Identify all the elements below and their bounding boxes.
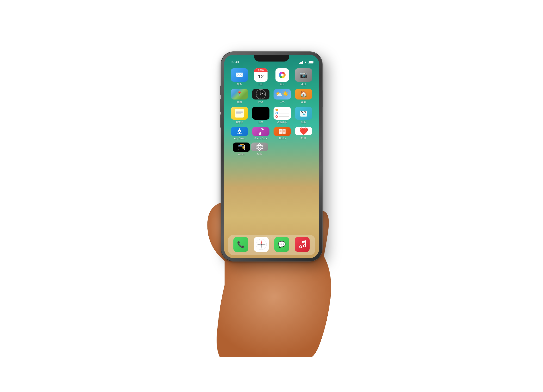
app-stocks[interactable]: 股市 [252, 107, 269, 124]
app-appstore[interactable]: App Store [231, 127, 248, 140]
app-photos[interactable]: 照片 [274, 68, 291, 86]
signal-bar-4 [302, 61, 303, 64]
clock-label: 时钟 [258, 100, 263, 104]
calendar-label: 日历 [258, 83, 263, 86]
svg-rect-27 [282, 129, 286, 134]
weather-label: 天气 [280, 100, 285, 104]
battery-fill [309, 61, 313, 63]
app-mail[interactable]: ✉️ 邮件 [231, 68, 248, 86]
app-calendar[interactable]: 星期二 12 日历 [252, 68, 269, 86]
svg-point-4 [281, 74, 284, 76]
dock: 📞 [228, 235, 315, 255]
videos-icon [295, 107, 312, 120]
stocks-label: 股市 [258, 121, 263, 124]
reminder-line-2 [279, 113, 289, 113]
app-maps[interactable]: 📍 地图 [231, 89, 248, 104]
iphone-screen: 09:41 ▲ [224, 55, 319, 258]
camera-icon: 📷 [295, 68, 312, 82]
reminder-line-1 [279, 110, 289, 110]
signal-icon [299, 61, 303, 64]
ibooks-label: iBooks [279, 137, 286, 140]
notes-label: 备忘录 [236, 121, 243, 124]
svg-point-51 [300, 246, 301, 248]
dock-safari[interactable] [253, 237, 270, 253]
iphone-outer-shell: 09:41 ▲ [221, 52, 322, 261]
svg-rect-26 [279, 129, 282, 134]
health-label: 健康 [301, 136, 306, 140]
heart-icon: ❤️ [299, 127, 308, 135]
itunes-icon: ★ [252, 127, 269, 136]
maps-label: 地图 [237, 100, 242, 104]
dock-messages[interactable]: 💬 [273, 237, 290, 253]
reminders-label: 提醒事项 [277, 121, 287, 124]
volume-up-button[interactable] [220, 99, 221, 112]
app-notes[interactable]: 备忘录 [231, 107, 248, 124]
reminder-line-3 [279, 116, 289, 117]
wifi-icon: ▲ [304, 61, 307, 64]
svg-text:★: ★ [259, 132, 261, 135]
app-reminders[interactable]: 提醒事项 [274, 107, 291, 124]
health-icon: ❤️ [295, 127, 312, 135]
signal-bar-1 [299, 63, 300, 64]
app-settings[interactable]: 设置 [251, 143, 268, 156]
app-health[interactable]: ❤️ 健康 [295, 127, 312, 140]
volume-down-button[interactable] [220, 114, 221, 128]
settings-icon [251, 143, 268, 151]
app-row-3: 备忘录 [229, 107, 314, 124]
app-videos[interactable]: 视频 [295, 107, 312, 124]
signal-bar-2 [300, 62, 301, 64]
svg-point-42 [258, 146, 261, 148]
stocks-icon [252, 107, 269, 120]
mail-icon: ✉️ [231, 68, 248, 82]
weather-icon: ☀️ ⛅ [274, 89, 291, 100]
calendar-weekday: 星期二 [254, 68, 268, 72]
app-home[interactable]: 🏠 家庭 [295, 89, 312, 104]
phone-icon: 📞 [233, 237, 248, 252]
iphone-device: 09:41 ▲ [221, 52, 322, 261]
app-grid: ✉️ 邮件 星期二 12 日历 [224, 66, 319, 160]
scene: 09:41 ▲ [0, 0, 543, 392]
dock-music[interactable] [293, 237, 311, 253]
reminders-icon [274, 107, 291, 120]
wallet-icon [233, 143, 250, 152]
main-container: 09:41 ▲ [163, 40, 380, 352]
status-icons: ▲ [299, 61, 314, 64]
svg-point-40 [243, 147, 244, 148]
app-weather[interactable]: ☀️ ⛅ 天气 [274, 89, 291, 104]
photos-label: 照片 [280, 83, 285, 86]
app-row-4: App Store ★ [229, 127, 314, 140]
svg-point-48 [261, 244, 262, 245]
home-label: 家庭 [301, 100, 306, 104]
music-icon [295, 237, 310, 252]
reminder-dot-2 [275, 112, 278, 114]
app-wallet[interactable]: Wallet [233, 143, 250, 156]
safari-icon [254, 237, 269, 252]
messages-icon: 💬 [274, 237, 289, 252]
notes-icon [231, 107, 248, 120]
maps-pin: 📍 [237, 91, 242, 96]
maps-icon: 📍 [231, 89, 248, 100]
app-row-2: 📍 地图 [229, 89, 314, 104]
power-button[interactable] [322, 90, 323, 107]
camera-label: 相机 [301, 83, 306, 86]
battery-icon [308, 61, 313, 63]
signal-bar-3 [301, 62, 302, 64]
app-camera[interactable]: 📷 相机 [295, 68, 312, 86]
app-ibooks[interactable]: iBooks [274, 127, 291, 140]
silent-switch[interactable] [220, 86, 221, 95]
mail-label: 邮件 [237, 83, 242, 86]
reminder-dot-3 [275, 115, 278, 118]
app-clock[interactable]: 时钟 [252, 89, 269, 104]
wallet-label: Wallet [238, 153, 244, 156]
itunes-label: iTunes Store [254, 137, 268, 140]
videos-label: 视频 [301, 121, 306, 124]
calendar-day: 12 [254, 72, 268, 82]
home-icon: 🏠 [295, 89, 312, 100]
dock-phone[interactable]: 📞 [232, 237, 250, 253]
clock-icon [252, 89, 269, 100]
photos-icon [275, 68, 289, 82]
appstore-icon [231, 127, 248, 136]
app-row-1: ✉️ 邮件 星期二 12 日历 [229, 68, 314, 86]
app-itunes[interactable]: ★ iTunes Store [252, 127, 269, 140]
settings-label: 设置 [257, 152, 262, 156]
